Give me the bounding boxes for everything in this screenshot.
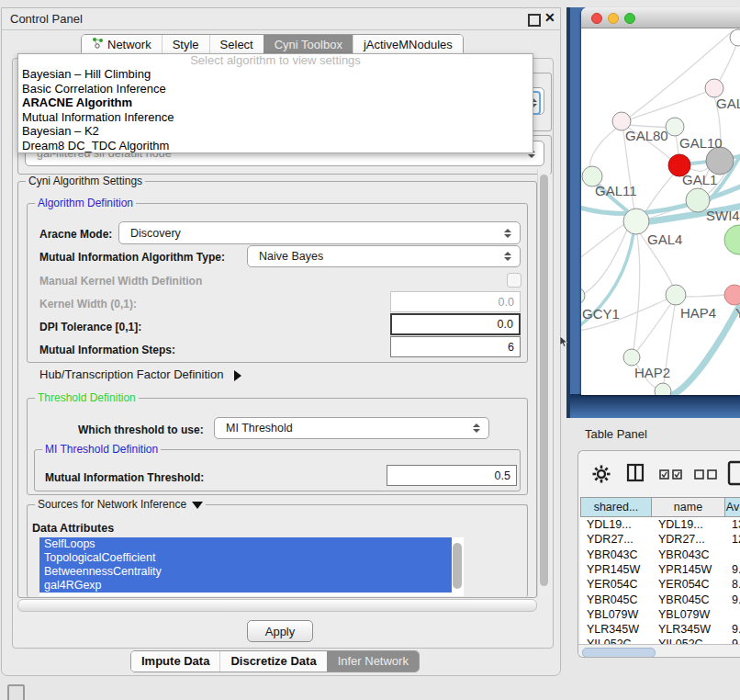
table-cell[interactable]: YBR045C <box>652 593 725 607</box>
table-cell[interactable]: YER054C <box>580 577 652 592</box>
label-gal1: GAL1 <box>682 172 717 187</box>
manual-kernel-checkbox[interactable] <box>507 273 521 288</box>
mi-threshold-group-title: MI Threshold Definition <box>42 443 161 456</box>
aracne-mode-combo[interactable]: Discovery <box>118 221 521 244</box>
tab-style[interactable]: Style <box>162 35 209 55</box>
algorithm-option[interactable]: Mutual Information Inference <box>18 110 533 125</box>
tab-impute-data[interactable]: Impute Data <box>131 651 219 672</box>
table-cell[interactable]: YLR345W <box>580 622 652 637</box>
column-header-partial[interactable]: Av <box>725 497 740 517</box>
mi-steps-label: Mutual Information Steps: <box>39 344 175 356</box>
dpi-tolerance-input[interactable]: 0.0 <box>390 313 521 335</box>
table-cell[interactable]: YIL052C <box>652 637 725 644</box>
horizontal-scrollbar[interactable] <box>17 599 537 612</box>
node-gray[interactable] <box>706 147 734 175</box>
table-hscrollbar-track[interactable] <box>578 644 740 658</box>
table-cell[interactable]: YIL052C <box>580 637 652 644</box>
table-cell[interactable]: YDR27... <box>580 532 652 547</box>
node-salmon[interactable] <box>724 285 740 305</box>
table-cell[interactable]: YBR043C <box>652 548 725 562</box>
page-icon[interactable] <box>727 460 740 486</box>
vertical-scrollbar-track[interactable] <box>537 169 550 597</box>
vertical-scrollbar-thumb[interactable] <box>540 175 548 586</box>
node-bottom-partial[interactable] <box>655 383 671 395</box>
table-cell[interactable]: YDR27... <box>652 532 725 547</box>
table-cell[interactable]: YBL079W <box>652 607 725 622</box>
label-gal-top: GAL <box>716 96 740 111</box>
split-columns-icon[interactable] <box>626 463 645 482</box>
panel-title: Control Panel <box>10 12 83 26</box>
expand-arrow-icon[interactable] <box>234 370 241 381</box>
table-cell[interactable]: 9. <box>725 593 740 607</box>
table-cell[interactable]: YER054C <box>652 577 725 592</box>
table-cell[interactable]: YDL19... <box>580 517 652 532</box>
network-window-titlebar[interactable] <box>581 7 740 28</box>
table-cell[interactable]: 9. <box>725 622 740 637</box>
algorithm-option[interactable]: Bayesian – Hill Climbing <box>18 67 533 82</box>
table-cell[interactable]: 13 <box>725 517 740 532</box>
table-cell[interactable]: 8. <box>725 577 740 592</box>
mi-type-combo[interactable]: Naive Bayes <box>247 245 521 267</box>
close-icon[interactable]: ✕ <box>544 10 555 25</box>
frame-left-edge <box>566 7 570 418</box>
data-attributes-list: SelfLoops TopologicalCoefficient Between… <box>39 537 464 596</box>
table-cell[interactable]: YPR145W <box>580 562 652 577</box>
mi-threshold-input[interactable]: 0.5 <box>387 465 517 486</box>
table-cell[interactable]: YLR345W <box>652 622 725 637</box>
algorithm-option[interactable]: Basic Correlation Inference <box>18 82 533 96</box>
attribute-item-selected[interactable]: SelfLoops <box>39 537 452 551</box>
network-canvas[interactable]: GAL GAL80 GAL10 GAL1 GAL11 SWI4 GAL4 GCY… <box>581 28 740 395</box>
which-threshold-combo[interactable]: MI Threshold <box>214 417 489 439</box>
tab-network[interactable]: Network <box>82 35 162 55</box>
minimize-traffic-light-icon[interactable] <box>608 13 619 24</box>
tab-infer-network[interactable]: Infer Network <box>327 651 419 672</box>
apply-button[interactable]: Apply <box>247 620 313 642</box>
kernel-width-input[interactable]: 0.0 <box>390 291 521 312</box>
node-gcy1[interactable] <box>581 288 585 304</box>
table-cell[interactable]: 9. <box>725 562 740 577</box>
column-header-name[interactable]: name <box>652 497 725 517</box>
attribute-item-selected[interactable]: BetweennessCentrality <box>39 565 452 579</box>
gear-icon[interactable] <box>591 464 611 484</box>
show-columns-icon[interactable] <box>659 469 683 480</box>
node-green-right[interactable] <box>724 225 740 254</box>
node-hap4[interactable] <box>666 285 686 305</box>
table-cell[interactable]: 9 <box>725 637 740 644</box>
table-cell[interactable] <box>725 548 740 562</box>
column-header-shared-name[interactable]: shared... <box>580 497 652 517</box>
table-cell[interactable]: YBR045C <box>580 593 652 607</box>
collapse-arrow-icon[interactable] <box>192 502 203 509</box>
float-panel-icon[interactable] <box>528 14 541 27</box>
algorithm-option-selected[interactable]: ARACNE Algorithm <box>18 96 533 110</box>
tab-select[interactable]: Select <box>209 35 263 55</box>
minimized-panel-icon[interactable] <box>7 684 25 700</box>
table-cell[interactable]: YPR145W <box>652 562 725 577</box>
hub-definition-expander[interactable]: Hub/Transcription Factor Definition <box>39 367 241 381</box>
close-traffic-light-icon[interactable] <box>591 13 602 24</box>
table-cell[interactable]: YDL19... <box>652 517 725 532</box>
table-hscrollbar-thumb[interactable] <box>582 648 656 658</box>
sources-group-title: Sources for Network Inference <box>35 498 206 511</box>
algorithm-option[interactable]: Bayesian – K2 <box>18 124 533 139</box>
table-panel-body: shared... name Av YDL19... YDL19... 13 Y… <box>577 450 740 658</box>
node-gal-top[interactable] <box>705 79 723 97</box>
label-gal11: GAL11 <box>595 183 637 198</box>
node-hap2[interactable] <box>623 349 640 366</box>
table-cell[interactable]: 12 <box>725 532 740 547</box>
node-gal4[interactable] <box>623 209 649 234</box>
tab-discretize-data[interactable]: Discretize Data <box>219 651 326 672</box>
mi-steps-input[interactable]: 6 <box>390 336 521 357</box>
attribute-item-selected[interactable]: gal4RGexp <box>39 579 452 593</box>
node-gal10[interactable] <box>666 118 684 136</box>
hide-columns-icon[interactable] <box>694 469 718 480</box>
table-cell[interactable] <box>725 607 740 622</box>
attribute-list-scrollbar[interactable] <box>453 543 462 589</box>
zoom-traffic-light-icon[interactable] <box>624 13 635 24</box>
table-cell[interactable]: YBR043C <box>580 548 652 562</box>
label-salmon: Y <box>735 305 740 321</box>
tab-jactivemnodules[interactable]: jActiveMNodules <box>353 35 463 55</box>
tab-cyni-toolbox[interactable]: Cyni Toolbox <box>263 35 353 55</box>
attribute-item-selected[interactable]: TopologicalCoefficient <box>39 551 452 565</box>
table-cell[interactable]: YBL079W <box>580 607 652 622</box>
algorithm-option[interactable]: Dream8 DC_TDC Algorithm <box>18 139 533 153</box>
